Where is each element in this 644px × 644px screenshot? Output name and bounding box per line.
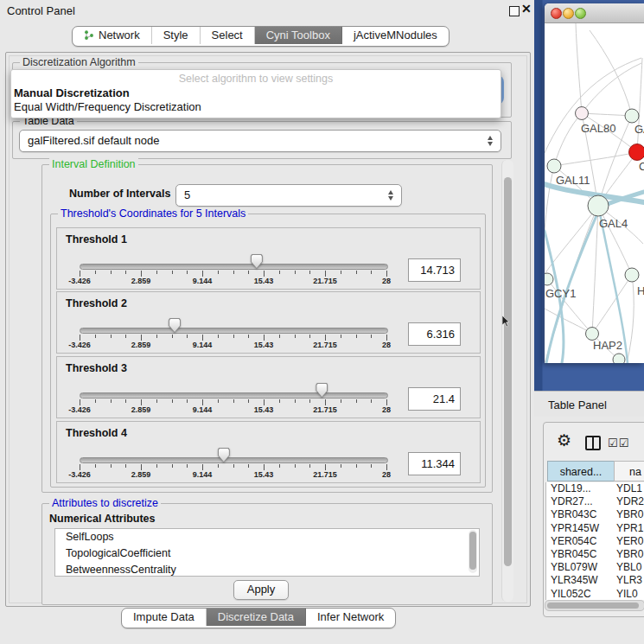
tab-cyni-toolbox[interactable]: Cyni Toolbox: [255, 27, 342, 44]
table-row[interactable]: YDL19...YDL1: [546, 482, 644, 495]
slider-thumb[interactable]: [169, 318, 181, 333]
tick-mark: [341, 464, 341, 468]
tab-jactivemnodules[interactable]: jActiveMNodules: [342, 27, 449, 44]
node-selected-red[interactable]: [629, 144, 644, 161]
attributes-list[interactable]: SelfLoopsTopologicalCoefficientBetweenne…: [54, 528, 480, 577]
bottom-tab-discretize-data[interactable]: Discretize Data: [207, 609, 306, 626]
tick-mark: [341, 399, 341, 403]
table-row[interactable]: YIL052CYIL0: [546, 588, 644, 601]
table-cell[interactable]: YPR145W: [546, 522, 615, 535]
scrollbar-thumb[interactable]: [547, 603, 639, 609]
attribute-item[interactable]: TopologicalCoefficient: [55, 545, 479, 562]
network-icon: [84, 30, 94, 41]
table-cell[interactable]: YDL1: [615, 482, 642, 495]
table-cell[interactable]: YIL052C: [546, 588, 615, 601]
columns-icon[interactable]: [585, 436, 601, 450]
threshold-value-field[interactable]: 6.316: [408, 322, 461, 346]
tick-mark: [187, 399, 188, 403]
node-gal11[interactable]: [547, 159, 561, 173]
tab-network[interactable]: Network: [73, 27, 152, 44]
tick-mark: [80, 335, 80, 341]
network-window-titlebar[interactable]: [545, 3, 644, 23]
attributes-list-scrollbar[interactable]: [469, 530, 477, 573]
table-cell[interactable]: YER0: [615, 535, 643, 548]
tick-mark: [111, 464, 112, 468]
bottom-tab-infer-network[interactable]: Infer Network: [306, 609, 395, 626]
table-cell[interactable]: YBR045C: [546, 548, 615, 561]
node-gal4[interactable]: [588, 195, 609, 216]
column-header-name[interactable]: na: [614, 461, 644, 481]
slider-tick-labels: -3.4262.8599.14415.4321.71528: [80, 277, 387, 286]
popup-option-manual[interactable]: Manual Discretization: [14, 86, 130, 99]
table-row[interactable]: YBR045CYBR0: [546, 548, 644, 561]
tick-mark: [95, 335, 96, 338]
table-cell[interactable]: YBR043C: [546, 508, 615, 521]
close-icon[interactable]: ✕: [521, 2, 532, 16]
table-cell[interactable]: YLR345W: [546, 574, 615, 587]
tick-label: 9.144: [193, 341, 213, 349]
table-row[interactable]: YPR145WYPR1: [546, 522, 644, 535]
tick-label: 15.43: [254, 341, 274, 349]
node-bottom[interactable]: [613, 354, 625, 363]
node-gcy1[interactable]: [545, 273, 553, 285]
table-cell[interactable]: YPR1: [615, 522, 643, 535]
attribute-item[interactable]: SelfLoops: [55, 529, 479, 545]
bottom-tab-impute-data[interactable]: Impute Data: [122, 609, 207, 626]
zoom-traffic-light-icon[interactable]: [575, 8, 586, 19]
table-row[interactable]: YBL079WYBL0: [546, 561, 644, 574]
threshold-value-field[interactable]: 14.713: [408, 258, 461, 282]
table-row[interactable]: YDR27...YDR2: [546, 495, 644, 508]
slider-track[interactable]: [80, 328, 388, 334]
minimize-traffic-light-icon[interactable]: [563, 8, 574, 19]
table-row[interactable]: YER054CYER0: [546, 535, 644, 548]
tab-select[interactable]: Select: [201, 27, 255, 44]
gear-icon[interactable]: ⚙: [557, 430, 571, 450]
slider-track[interactable]: [80, 392, 388, 399]
panel-vertical-scrollbar[interactable]: [501, 160, 513, 602]
tick-mark: [125, 335, 126, 338]
number-of-intervals-combo[interactable]: 5: [175, 184, 402, 207]
table-data-combo[interactable]: galFiltered.sif default node: [19, 130, 501, 152]
apply-button[interactable]: Apply: [233, 580, 289, 600]
mouse-cursor: [502, 316, 511, 328]
table-cell[interactable]: YBL079W: [546, 561, 615, 574]
tick-label: 15.43: [254, 470, 274, 479]
table-cell[interactable]: YDR2: [615, 495, 644, 508]
node-right[interactable]: [625, 268, 639, 282]
table-row[interactable]: YLR345WYLR3: [546, 574, 644, 587]
table-cell[interactable]: YBR0: [615, 508, 643, 521]
float-window-icon[interactable]: [509, 6, 520, 16]
select-rows-checkbox-icons[interactable]: ☑☑: [608, 437, 629, 450]
slider-track[interactable]: [80, 457, 388, 463]
node-top-right[interactable]: [625, 109, 639, 123]
table-cell[interactable]: YDR27...: [546, 495, 615, 508]
popup-option-equal-width[interactable]: Equal Width/Frequency Discretization: [14, 100, 201, 113]
table-cell[interactable]: YER054C: [546, 535, 615, 548]
tick-mark: [386, 335, 387, 341]
tab-style[interactable]: Style: [152, 27, 201, 44]
table-cell[interactable]: YIL0: [615, 588, 638, 601]
table-horizontal-scrollbar[interactable]: [545, 600, 644, 611]
scrollbar-thumb[interactable]: [504, 177, 512, 566]
network-nodes[interactable]: [545, 107, 644, 364]
column-header-shared-name[interactable]: shared...: [547, 461, 615, 481]
table-row[interactable]: YBR043CYBR0: [546, 508, 644, 521]
table-cell[interactable]: YLR3: [615, 574, 642, 587]
slider-track[interactable]: [80, 264, 388, 270]
close-traffic-light-icon[interactable]: [551, 8, 562, 19]
table-rows[interactable]: YDL19...YDL1YDR27...YDR2YBR043CYBR0YPR14…: [545, 482, 644, 600]
table-cell[interactable]: YBR0: [615, 548, 643, 561]
tick-mark: [386, 271, 387, 277]
table-cell[interactable]: YDL19...: [546, 482, 615, 495]
threshold-value-field[interactable]: 11.344: [408, 452, 461, 475]
slider-thumb[interactable]: [251, 254, 263, 269]
network-canvas[interactable]: GAL80 GAL11 GAL4 GCY1 HAP2 GA C H: [545, 23, 644, 363]
tick-label: 28: [382, 405, 391, 414]
scrollbar-thumb[interactable]: [469, 532, 476, 570]
node-gal80[interactable]: [576, 107, 589, 120]
table-cell[interactable]: YBL0: [615, 561, 641, 574]
slider-thumb[interactable]: [218, 448, 230, 462]
attribute-item[interactable]: BetweennessCentrality: [55, 562, 479, 577]
threshold-value-field[interactable]: 21.4: [408, 387, 461, 411]
slider-thumb[interactable]: [316, 383, 328, 398]
